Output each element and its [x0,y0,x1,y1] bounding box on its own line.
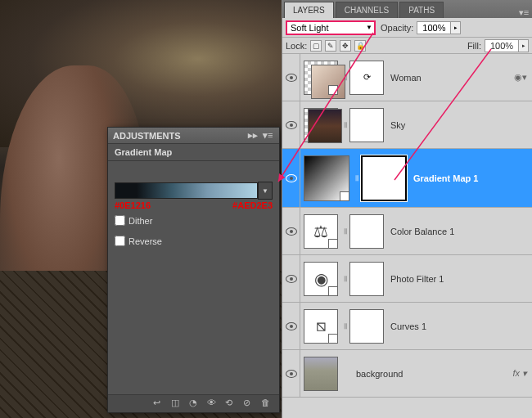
fill-flyout-icon[interactable]: ▸ [519,39,529,52]
visibility-toggle[interactable] [282,255,300,302]
lock-label: Lock: [286,41,307,51]
layer-row-curves-1[interactable]: ⧅ ⦀ Curves 1 [282,303,532,350]
gradient-hex-left: #0E1216 [115,200,151,210]
adjustment-type-label: Gradient Map [108,144,279,161]
layer-row-gradient-map-1[interactable]: ⦀ Gradient Map 1 [282,149,532,208]
clip-icon[interactable]: ◔ [189,398,202,411]
adjustment-thumbnail[interactable]: ⧅ [304,309,338,344]
blend-mode-value: Soft Light [291,23,328,33]
prev-state-icon[interactable]: ⟲ [225,398,238,411]
visibility-toggle[interactable] [282,303,300,349]
layer-mask-thumbnail[interactable] [361,155,407,201]
lock-all-icon[interactable]: 🔒 [354,40,366,52]
layer-mask-thumbnail[interactable] [349,262,384,296]
eye-icon [286,121,297,129]
layer-name-label[interactable]: Color Balance 1 [390,227,532,236]
layer-thumbnail[interactable] [304,357,338,391]
layer-name-label[interactable]: Photo Filter 1 [390,274,532,284]
tab-layers[interactable]: LAYERS [284,2,334,18]
layer-row-color-balance-1[interactable]: ⚖ ⦀ Color Balance 1 [282,208,532,255]
gradient-dropdown-button[interactable]: ▼ [258,182,273,200]
link-icon[interactable]: ⦀ [341,321,349,331]
link-icon[interactable]: ⦀ [341,120,349,130]
layer-list: ⦀ ⟳ Woman ◉▾ ⦀ Sky ⦀ Gradient Map 1 ⚖ ⦀ … [282,54,532,418]
eye-icon [286,370,297,378]
adjustment-badge-icon [328,334,338,344]
tab-paths[interactable]: PATHS [399,2,444,18]
opacity-flyout-icon[interactable]: ▸ [451,21,461,34]
lock-transparency-icon[interactable]: ▢ [310,40,322,52]
blend-mode-row: Soft Light ▼ Opacity: 100% ▸ [282,18,532,38]
link-icon[interactable]: ⦀ [341,274,349,284]
adjustment-thumbnail[interactable] [304,155,349,201]
adjustments-footer: ↩ ◫ ◔ 👁 ⟲ ⊘ 🗑 [108,394,279,412]
eye-icon [286,227,297,236]
lock-row: Lock: ▢ ✎ ✥ 🔒 Fill: 100% ▸ [282,38,532,54]
tab-channels[interactable]: CHANNELS [336,2,398,18]
adjustments-header[interactable]: ADJUSTMENTS ▸▸ ▾≡ [108,128,279,144]
adjustments-title: ADJUSTMENTS [113,131,181,141]
layers-panel: LAYERS CHANNELS PATHS ▾≡ Soft Light ▼ Op… [282,0,532,418]
layer-mask-thumbnail[interactable] [349,214,384,249]
fx-badge-icon[interactable]: fx ▾ [512,368,527,379]
lock-pixels-icon[interactable]: ✎ [325,40,336,52]
dither-checkbox[interactable] [115,215,125,226]
adjustment-thumbnail[interactable]: ◉ [304,262,338,296]
visibility-toggle[interactable] [282,350,300,397]
layer-mask-thumbnail[interactable] [349,108,384,142]
layer-name-label[interactable]: Sky [390,120,532,130]
visibility-toggle[interactable] [282,149,300,207]
reverse-label: Reverse [128,236,162,246]
layer-row-photo-filter-1[interactable]: ◉ ⦀ Photo Filter 1 [282,255,532,303]
opacity-label: Opacity: [381,23,413,33]
chevron-down-icon: ▼ [366,24,372,31]
panel-tabs: LAYERS CHANNELS PATHS ▾≡ [282,0,532,18]
eye-icon [286,322,297,330]
lock-position-icon[interactable]: ✥ [340,40,351,52]
layer-name-label[interactable]: Curves 1 [390,321,532,331]
layer-thumbnail[interactable] [304,108,338,142]
fill-input[interactable]: 100% [485,39,519,52]
layer-name-label[interactable]: background [356,369,512,379]
return-arrow-icon[interactable]: ↩ [153,398,166,411]
adjustments-panel: ADJUSTMENTS ▸▸ ▾≡ Gradient Map ▼ #0E1216… [107,127,280,413]
filter-badge-icon[interactable]: ◉▾ [514,72,527,83]
adjustment-badge-icon [328,286,338,296]
reverse-checkbox[interactable] [115,236,125,246]
eye-icon [286,174,297,182]
dither-checkbox-row[interactable]: Dither [115,215,273,226]
link-icon[interactable]: ⦀ [341,227,349,236]
opacity-input[interactable]: 100% [417,21,451,34]
reset-icon[interactable]: ⊘ [243,398,256,411]
layer-row-sky[interactable]: ⦀ Sky [282,101,532,149]
gradient-hex-right: #AED2E3 [232,200,273,210]
layer-thumbnail[interactable] [304,61,338,95]
layer-mask-thumbnail[interactable] [349,309,384,344]
visibility-toggle[interactable] [282,54,300,101]
adjustment-thumbnail[interactable]: ⚖ [304,214,338,249]
visibility-icon[interactable]: 👁 [207,398,220,411]
gradient-preview-bar[interactable] [115,182,258,199]
reverse-checkbox-row[interactable]: Reverse [115,236,273,246]
layer-mask-thumbnail[interactable]: ⟳ [349,61,384,95]
layer-row-woman[interactable]: ⦀ ⟳ Woman ◉▾ [282,54,532,101]
panel-menu-icon[interactable]: ▾≡ [516,7,532,18]
layer-row-background[interactable]: background fx ▾ [282,350,532,398]
panel-menu-icon[interactable]: ▾≡ [263,130,274,142]
adjustment-badge-icon [328,239,338,249]
trash-icon[interactable]: 🗑 [261,398,274,411]
expand-icon[interactable]: ◫ [171,398,184,411]
link-icon[interactable]: ⦀ [353,173,361,183]
eye-icon [286,275,297,283]
panel-collapse-icon[interactable]: ▸▸ [248,130,259,142]
dither-label: Dither [128,216,152,226]
fill-label: Fill: [467,41,481,51]
layer-name-label[interactable]: Woman [390,73,514,83]
layer-name-label[interactable]: Gradient Map 1 [413,173,532,183]
eye-icon [286,74,297,82]
visibility-toggle[interactable] [282,208,300,254]
adjustment-badge-icon [340,191,349,201]
blend-mode-select[interactable]: Soft Light ▼ [286,20,376,35]
visibility-toggle[interactable] [282,101,300,148]
smart-object-badge-icon [328,85,338,95]
